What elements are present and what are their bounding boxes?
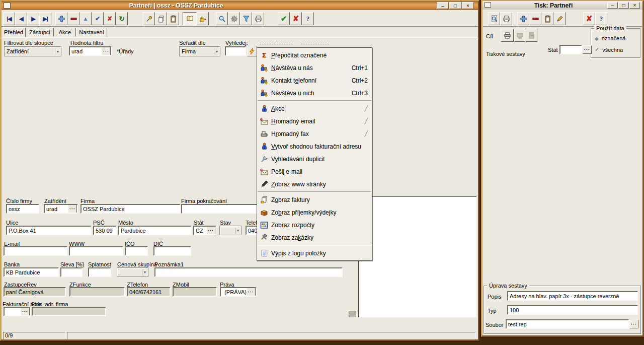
search-button[interactable] xyxy=(216,12,228,25)
fakturacni_adresa-field[interactable]: ··· xyxy=(4,307,31,316)
www-field[interactable] xyxy=(69,246,123,256)
first-button[interactable]: |◀ xyxy=(3,12,15,25)
transfer-button[interactable] xyxy=(197,12,209,25)
edit-button[interactable]: ▲ xyxy=(79,12,92,25)
copy-button[interactable] xyxy=(155,12,167,25)
tab-akce[interactable]: Akce xyxy=(54,28,76,37)
ulice-field[interactable]: P.O.Box 41 xyxy=(6,226,92,235)
maximize-button[interactable]: □ xyxy=(618,2,629,9)
chevron-down-icon[interactable]: ▾ xyxy=(142,269,146,275)
catalog-button[interactable] xyxy=(183,12,197,25)
sort-select[interactable]: Firma ▾ xyxy=(179,46,220,56)
menu-item[interactable]: eHromadný email╱ xyxy=(257,115,372,127)
tab-zástupci[interactable]: Zástupci xyxy=(26,28,54,37)
mesto-field[interactable]: Pardubice xyxy=(118,226,192,235)
stav-field[interactable]: ▾ xyxy=(219,226,242,235)
print-preview-button[interactable] xyxy=(488,12,500,25)
filter-column-select[interactable]: Zatřídění ▾ xyxy=(4,46,61,56)
help-button[interactable]: ? xyxy=(302,12,314,25)
zfunkce-field[interactable] xyxy=(69,287,125,297)
filter-value-browse-button[interactable]: ··· xyxy=(102,47,111,55)
menu-item[interactable]: Akce╱ xyxy=(257,102,372,115)
zatrideni-browse-button[interactable]: ··· xyxy=(68,204,77,213)
cislo_firmy-field[interactable]: ossz xyxy=(6,204,39,214)
close-button[interactable]: × xyxy=(629,2,640,9)
prava-browse-button[interactable]: ··· xyxy=(247,288,256,296)
menu-item[interactable]: Návštěva u násCtrl+1 xyxy=(257,61,372,74)
pin-button[interactable] xyxy=(143,12,155,25)
ok-button[interactable]: ✔ xyxy=(278,12,290,25)
prava-field[interactable]: (PRÁVA)··· xyxy=(220,287,257,297)
use-data-marked-option[interactable]: ◆ označená xyxy=(595,35,625,41)
delete-button[interactable] xyxy=(67,12,79,25)
next-button[interactable]: ▶ xyxy=(27,12,39,25)
prior-button[interactable]: ◀ xyxy=(15,12,27,25)
menu-item[interactable]: Výpis z logu položky xyxy=(257,247,372,259)
banka-field[interactable]: KB Pardubice xyxy=(4,267,59,277)
soubor-input[interactable]: test.rep xyxy=(506,319,629,329)
tab-přehled[interactable]: Přehled xyxy=(2,27,26,37)
use-data-all-option[interactable]: ✓ všechna xyxy=(595,46,623,53)
menu-item[interactable]: Zobraz rozpočty xyxy=(257,219,372,231)
print-button[interactable] xyxy=(252,12,264,25)
zmobil-field[interactable] xyxy=(173,287,217,297)
print-storno-button[interactable]: ✘ xyxy=(583,12,595,25)
zatrideni-field[interactable]: urad··· xyxy=(44,204,78,214)
email-field[interactable] xyxy=(4,246,67,256)
fakt_adr_firma-field[interactable] xyxy=(32,307,106,316)
fakturacni_adresa-browse-button[interactable]: ··· xyxy=(21,307,30,316)
target-screen-button[interactable] xyxy=(514,29,525,42)
search-go-button[interactable] xyxy=(247,46,257,56)
filter-button[interactable] xyxy=(240,12,252,25)
cenova_skupina-field[interactable]: ▾ xyxy=(117,267,148,277)
settings-button[interactable] xyxy=(228,12,240,25)
main-window-icon[interactable] xyxy=(4,3,11,9)
tab-nastavení[interactable]: Nastavení xyxy=(76,28,107,37)
dic-field[interactable] xyxy=(153,246,191,256)
last-button[interactable]: ▶| xyxy=(39,12,51,25)
sleva-field[interactable] xyxy=(60,267,83,277)
minimize-button[interactable]: – xyxy=(607,2,618,9)
post-button[interactable]: ✔ xyxy=(92,12,104,25)
search-input[interactable] xyxy=(225,46,246,56)
storno-button[interactable]: ✘ xyxy=(290,12,302,25)
stat-field[interactable]: CZ··· xyxy=(193,226,216,235)
poznamka1-field[interactable] xyxy=(154,267,343,277)
firma-field[interactable]: OSSZ Pardubice xyxy=(80,204,181,214)
print-window-icon[interactable] xyxy=(485,2,491,8)
menu-item[interactable]: Zobraz zakázky xyxy=(257,231,372,244)
chevron-down-icon[interactable]: ▾ xyxy=(55,48,59,54)
target-printer-button[interactable] xyxy=(501,29,514,42)
zastupcerev-field[interactable]: paní Černigová xyxy=(4,287,66,297)
paste-button[interactable] xyxy=(167,12,179,25)
refresh-button[interactable]: ↻ xyxy=(116,12,128,25)
typ-input[interactable]: 100 xyxy=(507,305,638,315)
target-file-button[interactable] xyxy=(526,29,537,42)
notes-panel[interactable] xyxy=(358,196,476,317)
print-help-button[interactable]: ? xyxy=(595,12,607,25)
menu-item[interactable]: Vyhledávání duplicit xyxy=(257,153,372,165)
ztelefon-field[interactable]: 040/6742161 xyxy=(127,287,171,297)
splatnost-field[interactable] xyxy=(88,267,111,277)
menu-item[interactable]: Kontakt telefonníCtrl+2 xyxy=(257,74,372,87)
chevron-down-icon[interactable]: ▾ xyxy=(235,228,239,234)
menu-item[interactable]: Návštěva u nichCtrl+3 xyxy=(257,87,372,99)
menu-item[interactable]: ΣPřepočítat označené xyxy=(257,49,372,61)
splitter-grip[interactable] xyxy=(349,311,356,317)
print-insert-button[interactable] xyxy=(517,12,529,25)
soubor-browse-button[interactable]: ··· xyxy=(629,320,638,328)
stat-browse-button[interactable]: ··· xyxy=(583,45,592,54)
cancel-button[interactable]: ✘ xyxy=(104,12,116,25)
print-delete-button[interactable] xyxy=(529,12,541,25)
stat-browse-button[interactable]: ··· xyxy=(206,226,215,235)
popis-input[interactable]: Adresy na hlav. papír 3x - zástupce reve… xyxy=(507,291,638,301)
close-button[interactable]: × xyxy=(462,2,474,9)
filter-value-input[interactable]: urad ··· xyxy=(69,46,112,56)
maximize-button[interactable]: □ xyxy=(449,2,461,9)
menu-item[interactable]: Zobraz www stránky xyxy=(257,178,372,190)
minimize-button[interactable]: – xyxy=(437,2,449,9)
print-edit-pen-button[interactable] xyxy=(553,12,566,25)
stat-input[interactable] xyxy=(559,45,582,54)
ico-field[interactable] xyxy=(125,246,148,256)
menu-item[interactable]: Zobraz faktury xyxy=(257,193,372,206)
